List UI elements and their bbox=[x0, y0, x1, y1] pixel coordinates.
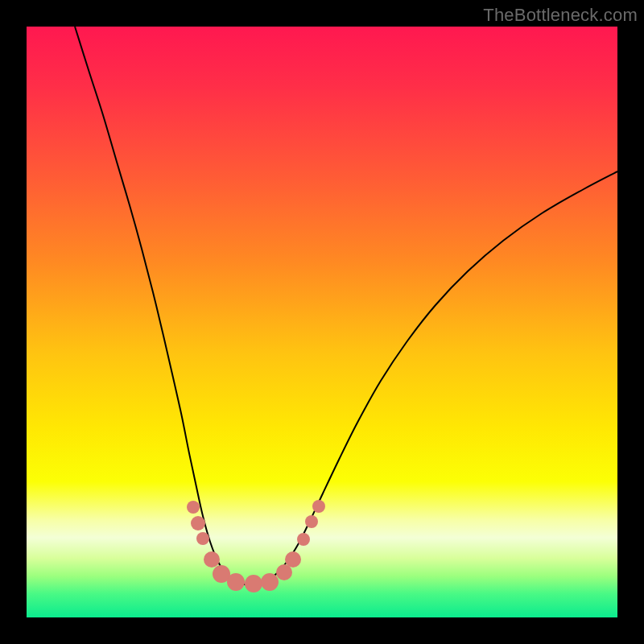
curve-marker bbox=[187, 501, 200, 514]
watermark-label: TheBottleneck.com bbox=[483, 5, 638, 26]
chart-frame: TheBottleneck.com bbox=[0, 0, 644, 644]
curve-marker bbox=[305, 515, 318, 528]
curve-marker bbox=[196, 532, 209, 545]
curve-marker bbox=[261, 573, 279, 591]
marker-group bbox=[187, 500, 325, 592]
curve-marker bbox=[312, 500, 325, 513]
curve-marker bbox=[297, 533, 310, 546]
curve-marker bbox=[245, 575, 262, 592]
bottleneck-curve bbox=[27, 27, 617, 617]
curve-marker bbox=[204, 551, 220, 568]
curve-marker bbox=[191, 516, 205, 530]
curve-marker bbox=[285, 551, 301, 568]
curve-marker bbox=[227, 573, 245, 591]
plot-area bbox=[27, 27, 617, 617]
